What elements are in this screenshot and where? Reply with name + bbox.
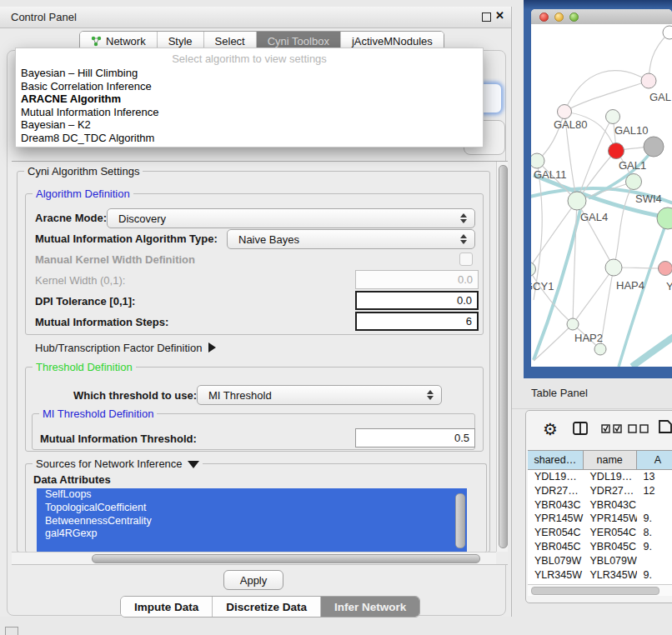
attribute-item[interactable]: gal4RGexp — [37, 528, 467, 541]
network-edge[interactable] — [564, 81, 649, 112]
table-row[interactable]: YBR043CYBR043C — [528, 498, 672, 512]
horizontal-scrollbar[interactable] — [12, 552, 496, 564]
manual-kernel-checkbox[interactable] — [459, 252, 473, 266]
kernel-width-input[interactable]: 0.0 — [355, 270, 479, 289]
network-icon — [91, 36, 102, 47]
attributes-scrollbar-thumb[interactable] — [455, 493, 465, 548]
table-row[interactable]: YDR27…YDR27…12 — [528, 484, 672, 498]
algorithm-list-item[interactable]: Bayesian – K2 — [16, 118, 483, 132]
table-cell: 9. — [637, 540, 672, 554]
table-cell: YBL079W — [528, 554, 584, 568]
algorithm-list-item[interactable]: ARACNE Algorithm — [16, 92, 483, 106]
table-cell — [637, 498, 672, 512]
aracne-mode-value: Discovery — [108, 212, 460, 225]
data-attributes-list[interactable]: SelfLoopsTopologicalCoefficientBetweenne… — [37, 488, 467, 552]
vertical-scrollbar[interactable] — [496, 162, 508, 552]
network-node-gal4[interactable] — [568, 192, 586, 210]
manual-kernel-label: Manual Kernel Width Definition — [35, 253, 195, 266]
network-edge-strong[interactable] — [632, 337, 672, 367]
float-window-icon[interactable] — [482, 12, 491, 22]
minimize-traffic-light-icon[interactable] — [554, 12, 564, 22]
network-edge[interactable] — [573, 268, 614, 324]
tab-cyni-toolbox-label: Cyni Toolbox — [268, 35, 329, 48]
table-horizontal-scrollbar[interactable] — [528, 584, 672, 596]
document-icon[interactable] — [658, 419, 672, 434]
sources-title-row[interactable]: Sources for Network Inference — [33, 458, 203, 470]
network-node-swi4[interactable] — [657, 208, 672, 229]
algorithm-list-item[interactable]: Basic Correlation Inference — [16, 80, 483, 93]
table-panel-header: Table Panel — [512, 380, 672, 409]
unchecked-checkboxes-icon[interactable] — [628, 424, 649, 433]
zoom-traffic-light-icon[interactable] — [569, 12, 579, 22]
mi-threshold-input[interactable]: 0.5 — [355, 428, 475, 448]
control-panel-titlebar: Control Panel ✕ — [0, 7, 511, 28]
bottom-tabs: Impute Data Discretize Data Infer Networ… — [120, 596, 420, 618]
vertical-scrollbar-thumb[interactable] — [499, 165, 508, 548]
horizontal-scrollbar-thumb[interactable] — [92, 554, 480, 563]
network-node-y[interactable] — [659, 262, 672, 276]
table-cell: 9. — [637, 512, 672, 526]
network-node[interactable] — [644, 137, 664, 157]
gear-icon[interactable]: ⚙ — [543, 419, 558, 439]
attribute-item[interactable]: SelfLoops — [37, 488, 467, 502]
algorithm-list-item[interactable]: Dream8 DC_TDC Algorithm — [16, 132, 483, 145]
attribute-item[interactable]: BetweennessCentrality — [37, 515, 467, 528]
checked-checkboxes-icon[interactable] — [601, 424, 623, 433]
column-header-partial[interactable]: A — [637, 451, 672, 469]
network-node-gal80[interactable] — [558, 105, 572, 119]
combo-stepper-icon — [427, 390, 434, 400]
network-node-gal[interactable] — [641, 73, 656, 88]
table-row[interactable]: YLR345WYLR345W9. — [528, 568, 672, 582]
network-edge[interactable] — [573, 201, 577, 324]
algorithm-list-item[interactable]: Bayesian – Hill Climbing — [16, 67, 483, 80]
table-row[interactable]: YPR145WYPR145W9. — [528, 512, 672, 526]
network-titlebar[interactable] — [531, 9, 672, 25]
table-cell: 13 — [637, 470, 672, 484]
tab-impute-data[interactable]: Impute Data — [121, 597, 213, 617]
tab-infer-network[interactable]: Infer Network — [321, 597, 419, 617]
table-cell: YBR045C — [528, 540, 584, 554]
tab-jactivemnodules-label: jActiveMNodules — [352, 35, 433, 48]
network-node-hap2[interactable] — [567, 318, 579, 330]
network-canvas[interactable]: GALGAL80GAL10GAL1GAL11SWI4GAL4GCY1HAP4YH… — [531, 24, 672, 367]
table-cell: 9. — [637, 568, 672, 582]
network-edge[interactable] — [531, 201, 577, 269]
tab-discretize-data[interactable]: Discretize Data — [213, 597, 321, 617]
column-header-name[interactable]: name — [584, 451, 637, 469]
network-node[interactable] — [663, 26, 672, 39]
mi-steps-input[interactable]: 6 — [355, 312, 479, 331]
network-node[interactable] — [594, 343, 606, 355]
close-icon[interactable]: ✕ — [495, 9, 504, 22]
node-label: GAL10 — [614, 124, 648, 137]
table-row[interactable]: YDL19…YDL19…13 — [528, 470, 672, 484]
table-scrollbar-thumb[interactable] — [531, 587, 659, 595]
network-node[interactable] — [626, 174, 642, 190]
table-cell: YLR345W — [528, 568, 584, 582]
table-row[interactable]: YER054CYER054C8. — [528, 526, 672, 540]
network-node-gal1[interactable] — [609, 143, 624, 159]
algorithm-list-item[interactable]: Mutual Information Inference — [16, 106, 483, 119]
network-node-gal10[interactable] — [606, 110, 620, 124]
mi-type-combo[interactable]: Naive Bayes — [227, 229, 475, 249]
attribute-item[interactable]: TopologicalCoefficient — [37, 502, 467, 515]
apply-button[interactable]: Apply — [223, 570, 283, 590]
hub-definition-toggle[interactable]: Hub/Transcription Factor Definition — [35, 340, 216, 355]
column-header-shared[interactable]: shared… — [528, 451, 584, 469]
tab-select-label: Select — [215, 35, 245, 48]
network-edge[interactable] — [614, 182, 634, 268]
split-columns-icon[interactable] — [573, 422, 588, 435]
node-label: HAP4 — [616, 279, 644, 292]
network-node-gal11[interactable] — [531, 153, 544, 168]
close-traffic-light-icon[interactable] — [539, 12, 549, 22]
aracne-mode-combo[interactable]: Discovery — [107, 208, 475, 228]
which-threshold-combo[interactable]: MI Threshold — [197, 385, 442, 405]
algorithm-list: Bayesian – Hill ClimbingBasic Correlatio… — [16, 67, 483, 145]
table-row[interactable]: YBL079WYBL079W — [528, 554, 672, 568]
table-cell: 8. — [637, 526, 672, 540]
network-node-hap4[interactable] — [605, 259, 622, 276]
which-threshold-label: Which threshold to use: — [73, 389, 197, 402]
network-node-gcy1[interactable] — [531, 262, 536, 277]
dpi-tolerance-input[interactable]: 0.0 — [355, 291, 479, 310]
table-row[interactable]: YBR045CYBR045C9. — [528, 540, 672, 554]
network-window-frame: GALGAL80GAL10GAL1GAL11SWI4GAL4GCY1HAP4YH… — [524, 0, 672, 378]
